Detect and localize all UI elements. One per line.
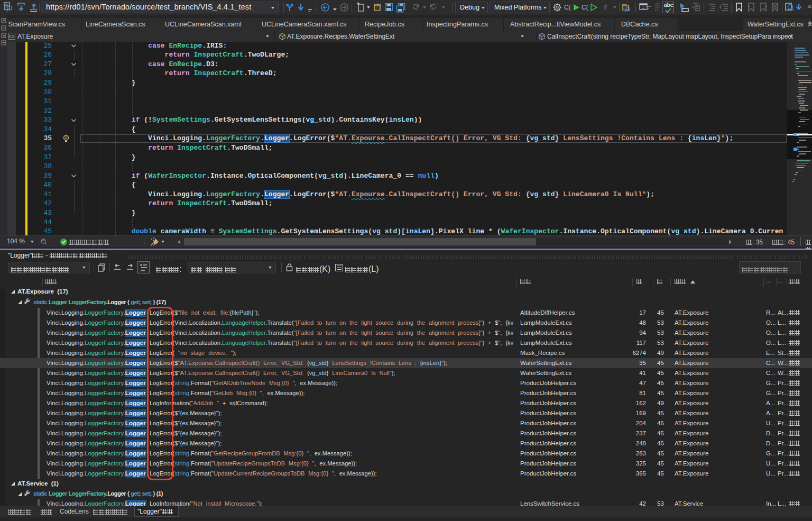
svg-text:C(: C( xyxy=(564,4,571,11)
svg-text:C(: C( xyxy=(582,4,588,11)
